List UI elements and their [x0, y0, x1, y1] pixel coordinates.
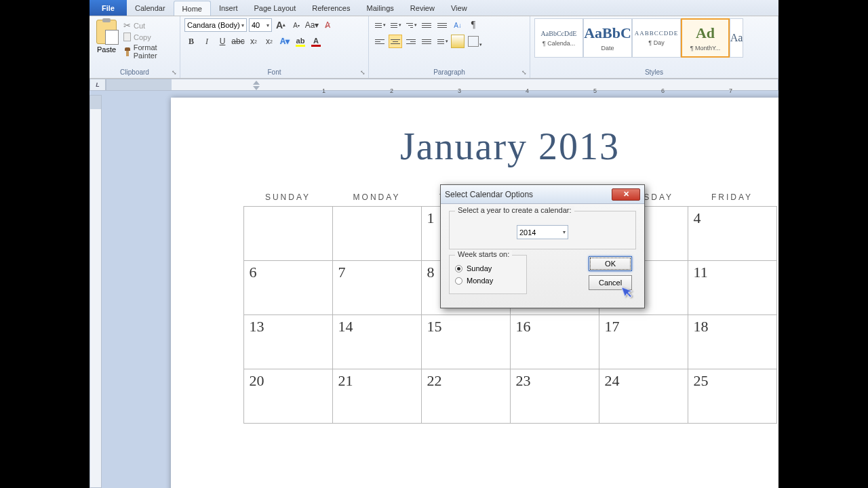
- numbering-button[interactable]: ▾: [389, 18, 402, 32]
- align-center-icon: [389, 36, 401, 47]
- dialog-title: Select Calendar Options: [445, 190, 533, 199]
- paste-label: Paste: [97, 45, 116, 54]
- strikethrough-button[interactable]: abc: [231, 35, 245, 48]
- shading-button[interactable]: [451, 35, 465, 48]
- align-right-button[interactable]: [404, 35, 418, 48]
- style-more[interactable]: Aa: [730, 18, 743, 58]
- sort-button[interactable]: A↓: [451, 18, 465, 32]
- style-date[interactable]: AaBbC Date: [583, 18, 632, 58]
- group-label-clipboard: Clipboard: [94, 68, 176, 77]
- increase-indent-button[interactable]: [435, 18, 449, 32]
- day-header: SUNDAY: [243, 188, 332, 207]
- change-case-button[interactable]: Aa▾: [305, 18, 319, 32]
- superscript-button[interactable]: x2: [262, 35, 276, 48]
- calendar-title[interactable]: January 2013: [171, 125, 778, 168]
- tab-view[interactable]: View: [443, 0, 475, 16]
- multilevel-button[interactable]: ▾: [404, 18, 418, 32]
- font-launcher-icon[interactable]: ⤡: [359, 68, 367, 77]
- workspace: L 1 2 3 4 5 6 7 January 2013 SUNDAY MOND…: [90, 79, 778, 488]
- radio-monday[interactable]: Monday: [455, 274, 521, 287]
- format-painter-button[interactable]: Format Painter: [122, 43, 176, 60]
- radio-icon: [455, 265, 462, 272]
- bullets-button[interactable]: ▾: [373, 18, 387, 32]
- numbering-icon: [389, 20, 399, 30]
- close-button[interactable]: ✕: [612, 188, 640, 201]
- copy-icon: [123, 33, 131, 41]
- ok-button[interactable]: OK: [589, 256, 632, 271]
- font-color-button[interactable]: A: [309, 35, 323, 48]
- outdent-icon: [420, 20, 433, 30]
- tab-calendar[interactable]: Calendar: [127, 0, 174, 16]
- ribbon-tabs: File Calendar Home Insert Page Layout Re…: [90, 0, 778, 16]
- table-row: 202122232425: [243, 369, 776, 424]
- chevron-down-icon: ▾: [241, 22, 244, 28]
- hanging-indent-icon[interactable]: [253, 86, 260, 90]
- decrease-indent-button[interactable]: [420, 18, 433, 32]
- tab-file[interactable]: File: [90, 0, 127, 16]
- dialog-body: Select a year to create a calendar: 2014…: [441, 204, 644, 308]
- year-fieldset: Select a year to create a calendar: 2014…: [449, 211, 636, 249]
- brush-icon: [123, 47, 131, 56]
- multilevel-icon: [405, 20, 414, 30]
- tab-mailings[interactable]: Mailings: [359, 0, 402, 16]
- dialog-titlebar[interactable]: Select Calendar Options ✕: [441, 185, 644, 204]
- group-label-paragraph: Paragraph: [373, 68, 526, 77]
- bullets-icon: [374, 20, 383, 30]
- week-fieldset: Week starts on: Sunday Monday: [449, 255, 527, 294]
- align-justify-button[interactable]: [420, 35, 433, 48]
- tab-selector-icon[interactable]: L: [90, 79, 106, 91]
- radio-icon: [455, 277, 462, 285]
- copy-button[interactable]: Copy: [122, 32, 176, 42]
- clipboard-launcher-icon[interactable]: ⤡: [170, 68, 178, 77]
- paste-button[interactable]: Paste: [94, 18, 119, 55]
- style-day[interactable]: AABBCCDDE ¶ Day: [632, 18, 681, 58]
- horizontal-ruler[interactable]: 1 2 3 4 5 6 7: [106, 79, 778, 91]
- tab-insert[interactable]: Insert: [211, 0, 246, 16]
- font-size-combo[interactable]: 40▾: [249, 18, 272, 32]
- align-right-icon: [405, 36, 417, 47]
- cut-button[interactable]: ✂Cut: [122, 20, 176, 31]
- bold-button[interactable]: B: [184, 35, 198, 48]
- tab-review[interactable]: Review: [402, 0, 443, 16]
- align-justify-icon: [420, 36, 433, 47]
- show-hide-button[interactable]: ¶: [467, 18, 480, 32]
- week-legend: Week starts on:: [455, 250, 512, 258]
- calendar-options-dialog: Select Calendar Options ✕ Select a year …: [440, 184, 645, 308]
- highlight-button[interactable]: ab: [294, 35, 307, 48]
- first-line-indent-icon[interactable]: [253, 81, 260, 85]
- line-spacing-button[interactable]: ▾: [435, 35, 449, 48]
- close-icon: ✕: [623, 190, 629, 199]
- align-left-button[interactable]: [373, 35, 387, 48]
- group-label-styles: Styles: [534, 68, 774, 77]
- day-header: MONDAY: [332, 188, 421, 207]
- subscript-button[interactable]: x2: [247, 35, 260, 48]
- clear-formatting-button[interactable]: A̷: [321, 18, 334, 32]
- cancel-button[interactable]: Cancel: [589, 275, 632, 290]
- radio-sunday[interactable]: Sunday: [455, 262, 521, 274]
- indent-icon: [436, 20, 448, 30]
- vertical-ruler[interactable]: [90, 95, 102, 488]
- shrink-font-button[interactable]: A▾: [290, 18, 303, 32]
- italic-button[interactable]: I: [200, 35, 214, 48]
- table-row: 131415161718: [243, 315, 776, 369]
- chevron-down-icon: ▾: [267, 22, 269, 28]
- year-select[interactable]: 2014▾: [517, 225, 568, 239]
- tab-references[interactable]: References: [304, 0, 358, 16]
- scissors-icon: ✂: [123, 20, 131, 30]
- style-month-year[interactable]: Ad ¶ MonthY...: [681, 18, 730, 58]
- paragraph-launcher-icon[interactable]: ⤡: [520, 68, 528, 77]
- day-header: FRIDAY: [688, 188, 776, 207]
- tab-home[interactable]: Home: [174, 1, 211, 16]
- group-clipboard: Paste ✂Cut Copy Format Painter Clipboard…: [90, 16, 180, 78]
- text-effects-button[interactable]: A▾: [278, 35, 292, 48]
- highlight-icon: ab: [296, 37, 305, 47]
- tab-page-layout[interactable]: Page Layout: [245, 0, 304, 16]
- underline-button[interactable]: U: [216, 35, 229, 48]
- style-calendar[interactable]: AaBbCcDdE ¶ Calenda...: [534, 18, 583, 58]
- year-legend: Select a year to create a calendar:: [455, 206, 574, 214]
- borders-button[interactable]: ▾: [468, 36, 479, 47]
- group-paragraph: ▾ ▾ ▾ A↓ ¶ ▾ ▾: [369, 16, 530, 78]
- font-name-combo[interactable]: Candara (Body)▾: [184, 18, 247, 32]
- grow-font-button[interactable]: A▴: [274, 18, 288, 32]
- align-center-button[interactable]: [389, 35, 402, 48]
